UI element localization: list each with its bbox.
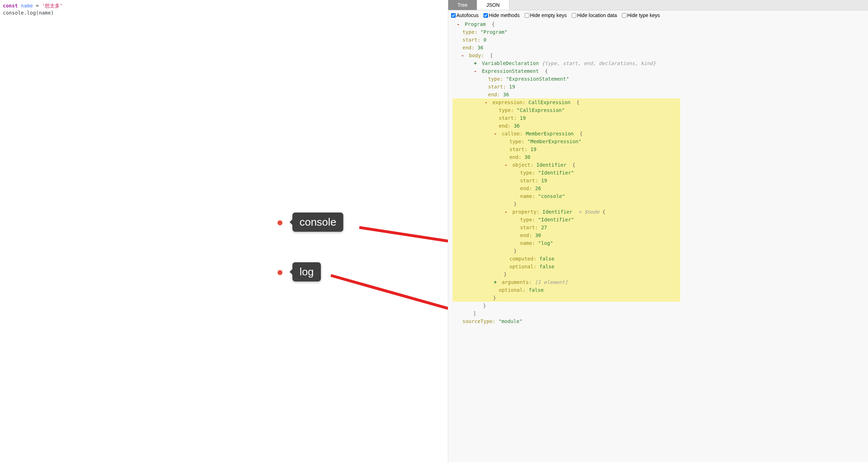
sourcetype-value: "module" xyxy=(498,318,522,324)
computed-value: false xyxy=(539,256,554,262)
ast-pane: Tree JSON Autofocus Hide methods Hide em… xyxy=(448,0,868,462)
annotation-arrow-console xyxy=(342,220,448,263)
me-optional-value: false xyxy=(539,264,554,269)
annotation-tooltip-log: log xyxy=(292,262,321,281)
toggle-expression[interactable]: - xyxy=(485,98,489,106)
node-callexpression[interactable]: CallExpression xyxy=(529,100,571,105)
program-end-value: 36 xyxy=(477,45,483,50)
toggle-arguments[interactable]: + xyxy=(494,278,499,286)
checkbox-hide-location-data[interactable] xyxy=(572,13,576,18)
ce-optional-value: false xyxy=(529,287,544,293)
tab-json[interactable]: JSON xyxy=(477,0,509,10)
svg-line-0 xyxy=(359,227,448,249)
toggle-object[interactable]: - xyxy=(504,161,509,169)
option-hide-location-data[interactable]: Hide location data xyxy=(572,12,617,18)
program-type-value: "Program" xyxy=(481,29,508,35)
memberexpr-end-value: 30 xyxy=(524,154,530,160)
checkbox-autofocus[interactable] xyxy=(451,13,456,18)
svg-line-1 xyxy=(331,275,448,324)
output-tabs: Tree JSON xyxy=(448,0,868,10)
annotation-tooltip-console: console xyxy=(292,213,343,232)
option-autofocus[interactable]: Autofocus xyxy=(451,12,478,18)
node-object-identifier[interactable]: Identifier xyxy=(536,162,566,168)
object-end-value: 26 xyxy=(535,186,541,191)
exprstmt-end-value: 36 xyxy=(503,92,509,97)
object-start-value: 19 xyxy=(541,178,547,183)
exprstmt-start-value: 19 xyxy=(509,84,515,90)
node-expressionstatement[interactable]: ExpressionStatement xyxy=(482,68,539,74)
toggle-callee[interactable]: - xyxy=(494,130,499,138)
annotation-dot-console xyxy=(277,220,282,225)
object-type-value: "Identifier" xyxy=(538,170,574,176)
object-name-value: "console" xyxy=(538,193,565,199)
toggle-program[interactable]: - xyxy=(457,20,462,28)
options-bar: Autofocus Hide methods Hide empty keys H… xyxy=(448,10,868,20)
node-equals-ref: = $node xyxy=(578,209,599,215)
node-program[interactable]: Program xyxy=(465,21,486,27)
vardecl-summary: {type, start, end, declarations, kind} xyxy=(542,60,656,66)
memberexpr-type-value: "MemberExpression" xyxy=(528,139,582,144)
toggle-property[interactable]: - xyxy=(504,208,509,216)
program-start-value: 0 xyxy=(483,37,486,43)
exprstmt-type-value: "ExpressionStatement" xyxy=(506,76,569,82)
checkbox-hide-empty-keys[interactable] xyxy=(525,13,529,18)
option-hide-type-keys[interactable]: Hide type keys xyxy=(622,12,660,18)
tab-tree[interactable]: Tree xyxy=(448,0,477,10)
callexpr-end-value: 36 xyxy=(514,123,520,129)
option-hide-methods[interactable]: Hide methods xyxy=(483,12,519,18)
checkbox-hide-methods[interactable] xyxy=(483,13,488,18)
node-memberexpression[interactable]: MemberExpression xyxy=(526,131,574,136)
arguments-summary: [1 element] xyxy=(535,279,568,285)
node-property-identifier[interactable]: Identifier xyxy=(542,209,572,215)
property-end-value: 30 xyxy=(535,232,541,238)
toggle-vardecl[interactable]: + xyxy=(474,59,479,67)
annotation-dot-log xyxy=(277,270,282,275)
memberexpr-start-value: 19 xyxy=(530,146,536,152)
property-type-value: "Identifier" xyxy=(538,217,574,222)
toggle-exprstmt[interactable]: - xyxy=(474,67,479,75)
code-line-1: const name = '想太多' xyxy=(3,2,445,9)
code-line-2: console.log(name) xyxy=(3,9,445,16)
callexpr-type-value: "CallExpression" xyxy=(517,107,565,113)
toggle-body[interactable]: - xyxy=(461,52,466,59)
property-start-value: 27 xyxy=(541,225,547,230)
callexpr-start-value: 19 xyxy=(520,115,526,121)
node-variabledeclaration[interactable]: VariableDeclaration xyxy=(482,60,539,66)
option-hide-empty-keys[interactable]: Hide empty keys xyxy=(525,12,567,18)
checkbox-hide-type-keys[interactable] xyxy=(622,13,626,18)
ast-tree[interactable]: - Program { type: "Program" start: 0 end… xyxy=(448,20,868,462)
source-code-pane[interactable]: const name = '想太多' console.log(name) con… xyxy=(0,0,448,462)
property-name-value: "log" xyxy=(538,240,553,246)
annotation-arrow-log xyxy=(324,268,448,332)
